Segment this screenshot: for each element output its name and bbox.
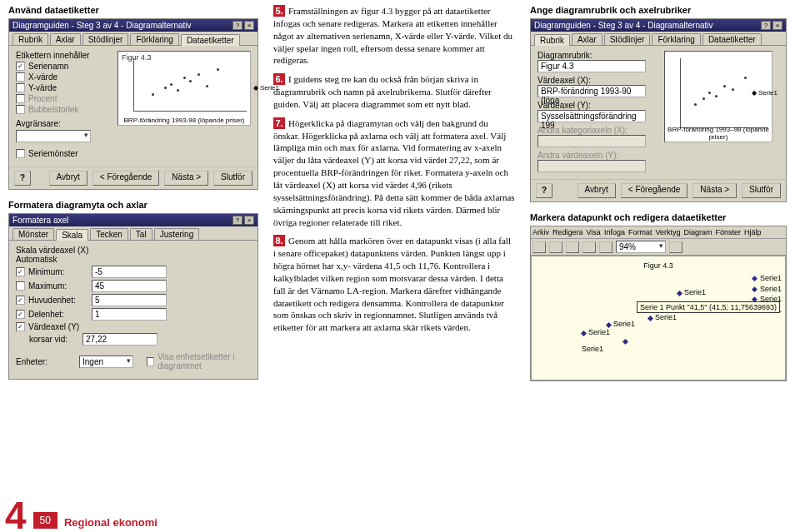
dialog3-title: Diagramguiden - Steg 3 av 4 - Diagramalt…: [534, 21, 713, 30]
tab-dataetiketter[interactable]: Dataetiketter: [702, 33, 762, 45]
next-button[interactable]: Nästa >: [164, 171, 208, 186]
lbl-yaxis: Värdeaxel (Y):: [538, 101, 654, 110]
heading-set-titles: Ange diagramrubrik och axelrubriker: [530, 5, 787, 15]
wizard-help-button[interactable]: ?: [14, 171, 31, 186]
input-yaxis[interactable]: Sysselsättningsförändring 199: [538, 110, 646, 122]
toolbar-btn[interactable]: [566, 241, 579, 253]
menu-infoga[interactable]: Infoga: [604, 228, 625, 236]
lbl-units: Enheter:: [16, 357, 76, 366]
lbl-yaxis: Värdeaxel (Y): [28, 322, 88, 331]
back-button[interactable]: < Föregående: [92, 171, 160, 186]
separator-dropdown[interactable]: [16, 130, 91, 142]
menu-diagram[interactable]: Diagram: [683, 228, 712, 236]
subject-title: Regional ekonomi: [64, 516, 158, 529]
tab-axlar[interactable]: Axlar: [572, 33, 602, 45]
back-button[interactable]: < Föregående: [621, 183, 688, 198]
opt-xvarde: X-värde: [28, 72, 58, 82]
page-number: 50: [33, 512, 58, 529]
zoom-dropdown[interactable]: 94%: [616, 241, 666, 253]
tab-tal[interactable]: Tal: [130, 228, 152, 240]
finish-button[interactable]: Slutför: [742, 183, 781, 198]
chart-editing-area[interactable]: Figur 4.3 Serie1 Serie1 Serie1 Serie1 Se…: [531, 256, 786, 380]
chk-major[interactable]: [16, 296, 25, 305]
input-min[interactable]: -5: [92, 266, 167, 278]
toolbar-btn[interactable]: [582, 241, 596, 253]
dialog2-title: Formatera axel: [12, 216, 68, 225]
input-major[interactable]: 5: [92, 294, 167, 306]
lbl-xaxis: Värdeaxel (X):: [538, 76, 654, 85]
input-chart-title[interactable]: Figur 4.3: [538, 60, 646, 72]
menu-verktyg[interactable]: Verktyg: [655, 228, 680, 236]
tab-forklaring[interactable]: Förklaring: [130, 33, 178, 45]
menu-visa[interactable]: Visa: [587, 228, 601, 236]
menu-hjalp[interactable]: Hjälp: [744, 228, 762, 236]
lbl-cat2: Andra kategoriaxeln (X):: [538, 126, 654, 135]
wizard-help-button[interactable]: ?: [536, 183, 552, 198]
lbl-max: Maximum:: [28, 281, 88, 291]
toolbar-btn[interactable]: [532, 241, 546, 253]
help-icon[interactable]: ?: [761, 21, 771, 30]
dialog-format-axis: Formatera axel ? × Mönster Skala Tecken …: [8, 213, 258, 380]
para-5: 5.Framställningen av figur 4.3 bygger på…: [273, 5, 515, 67]
tab-skala[interactable]: Skala: [56, 229, 88, 241]
tab-stodlinjer[interactable]: Stödlinjer: [82, 33, 129, 45]
tab-rubrik[interactable]: Rubrik: [12, 33, 48, 45]
para-8: 8.Genom att hålla markören över en datap…: [273, 235, 515, 334]
input-cat2: [538, 135, 646, 147]
para-7: 7.Högerklicka på diagramytan och välj de…: [273, 117, 515, 229]
step-8-number: 8.: [273, 235, 285, 246]
tab-dataetiketter[interactable]: Dataetiketter: [181, 34, 240, 46]
chart-preview: Figur 4.3 BRP-förändring 1993-98 (löpand…: [118, 51, 251, 126]
tab-rubrik[interactable]: Rubrik: [534, 34, 570, 46]
menu-format[interactable]: Format: [628, 228, 652, 236]
lbl-major: Huvudenhet:: [28, 296, 88, 305]
cancel-button[interactable]: Avbryt: [49, 171, 88, 186]
dialog-chart-wizard-titles: Diagramguiden - Steg 3 av 4 - Diagramalt…: [530, 18, 787, 202]
opt-yvarde: Y-värde: [28, 83, 57, 92]
chk-seriemonster[interactable]: [16, 149, 25, 158]
input-cross[interactable]: 27,22: [82, 333, 158, 346]
tab-stodlinjer[interactable]: Stödlinjer: [604, 33, 651, 45]
input-max[interactable]: 45: [92, 280, 167, 292]
chk-xvarde[interactable]: [16, 72, 25, 82]
menubar: Arkiv Redigera Visa Infoga Format Verkty…: [531, 226, 786, 239]
tab-axlar[interactable]: Axlar: [50, 33, 81, 45]
datapoint-tooltip: Serie 1 Punkt "41,5" (41,5; 11,75639693): [637, 301, 780, 313]
input-xaxis[interactable]: BRP-förändring 1993-90 (löpa: [538, 85, 646, 97]
toolbar-btn[interactable]: [549, 241, 562, 253]
input-minor[interactable]: 1: [92, 308, 167, 321]
tab-forklaring[interactable]: Förklaring: [652, 33, 700, 45]
chk-max[interactable]: [16, 281, 25, 291]
chk-serienamn[interactable]: [16, 62, 25, 71]
chk-minor[interactable]: [16, 310, 25, 319]
labels-group-heading: Etikettern innehåller: [16, 51, 106, 60]
close-icon[interactable]: ×: [244, 216, 254, 225]
chk-yaxis[interactable]: [16, 322, 25, 331]
toolbar-btn[interactable]: [669, 241, 682, 253]
toolbar-btn[interactable]: [599, 241, 612, 253]
preview-legend: Serie1: [758, 89, 778, 97]
close-icon[interactable]: ×: [772, 21, 782, 30]
close-icon[interactable]: ×: [244, 21, 254, 30]
units-dropdown[interactable]: Ingen: [79, 355, 133, 368]
opt-seriemonster: Seriemönster: [28, 149, 78, 158]
tab-justering[interactable]: Justering: [154, 228, 200, 240]
lbl-show-units: Visa enhetsetiketter i diagrammet: [158, 352, 251, 370]
finish-button[interactable]: Slutför: [213, 171, 252, 186]
chk-procent[interactable]: [16, 94, 25, 103]
tab-monster[interactable]: Mönster: [12, 228, 54, 240]
next-button[interactable]: Nästa >: [692, 183, 737, 198]
menu-redigera[interactable]: Redigera: [552, 228, 583, 236]
chk-bubbel[interactable]: [16, 105, 25, 114]
menu-fonster[interactable]: Fönster: [715, 228, 741, 236]
chk-min[interactable]: [16, 267, 25, 276]
tab-tecken[interactable]: Tecken: [90, 228, 128, 240]
cancel-button[interactable]: Avbryt: [578, 183, 616, 198]
menu-arkiv[interactable]: Arkiv: [532, 228, 549, 236]
chk-show-units[interactable]: [147, 357, 154, 366]
dialog-title: Diagramguiden - Steg 3 av 4 - Diagramalt…: [12, 21, 192, 30]
help-icon[interactable]: ?: [232, 216, 242, 225]
help-icon[interactable]: ?: [232, 21, 242, 30]
chk-yvarde[interactable]: [16, 83, 25, 92]
chart-title: Figur 4.3: [537, 261, 780, 270]
